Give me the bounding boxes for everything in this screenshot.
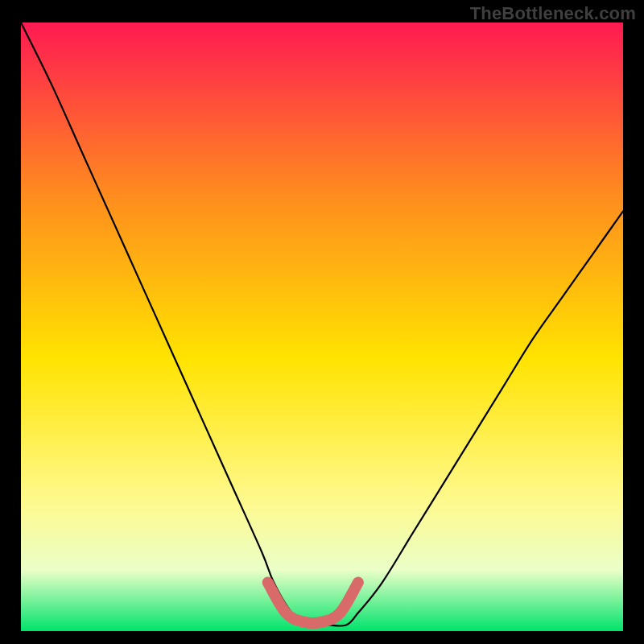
chart-frame: TheBottleneck.com — [0, 0, 644, 644]
watermark-label: TheBottleneck.com — [470, 3, 636, 24]
bottleneck-chart — [21, 23, 623, 631]
gradient-background — [21, 23, 623, 631]
plot-area — [21, 23, 623, 631]
